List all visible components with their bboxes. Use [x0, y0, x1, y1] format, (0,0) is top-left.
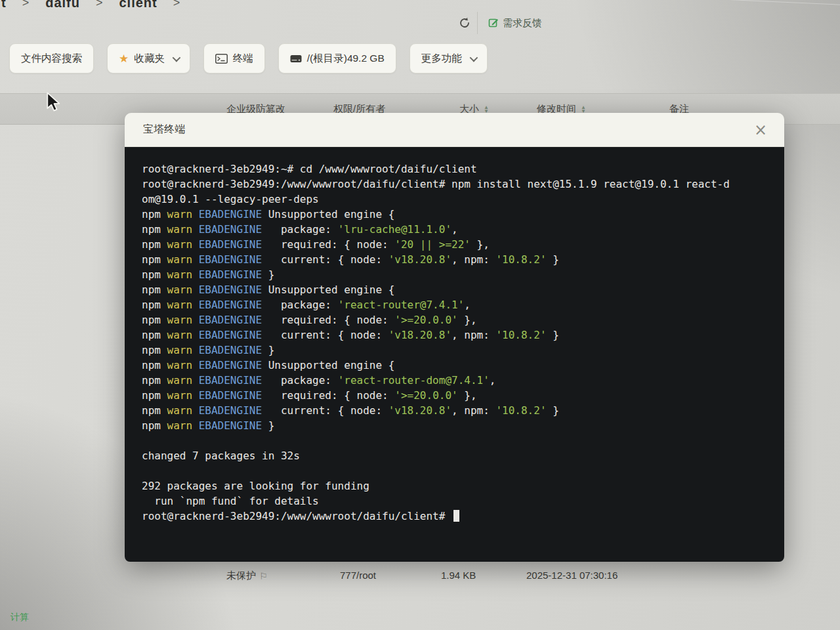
- file-content-search-button[interactable]: 文件内容搜索: [9, 43, 94, 74]
- terminal-line: npm warn EBADENGINE current: { node: 'v1…: [142, 252, 774, 267]
- terminal-line: root@racknerd-3eb2949:/www/wwwroot/daifu…: [142, 509, 774, 524]
- breadcrumb-item-client[interactable]: client: [119, 0, 157, 10]
- terminal-line: npm warn EBADENGINE required: { node: '>…: [142, 312, 774, 327]
- table-row[interactable]: 未保护 ⚐ 777/root 1.94 KB 2025-12-31 07:30:…: [0, 562, 840, 592]
- terminal-line: 292 packages are looking for funding: [142, 478, 774, 494]
- size-cell: 1.94 KB: [441, 570, 476, 581]
- flag-icon: ⚐: [259, 571, 268, 581]
- breadcrumb: t > daifu > client >: [1, 0, 180, 10]
- terminal-modal-title: 宝塔终端: [143, 123, 185, 136]
- terminal-line: npm warn EBADENGINE Unsupported engine {: [142, 282, 774, 297]
- star-icon: ★: [119, 52, 129, 66]
- terminal-modal-header: 宝塔终端 ×: [125, 113, 784, 147]
- refresh-button[interactable]: [452, 12, 478, 34]
- terminal-line: npm warn EBADENGINE package: 'lru-cache@…: [142, 222, 774, 237]
- terminal-line: npm warn EBADENGINE }: [142, 267, 774, 282]
- feedback-icon: [488, 18, 499, 28]
- sort-icon[interactable]: ▲▼: [484, 106, 489, 114]
- breadcrumb-item-root[interactable]: t: [1, 0, 7, 10]
- terminal-line: root@racknerd-3eb2949:/www/wwwroot/daifu…: [142, 177, 774, 192]
- protection-status-cell: 未保护 ⚐: [226, 570, 268, 582]
- terminal-line: npm warn EBADENGINE package: 'react-rout…: [142, 373, 774, 388]
- favorites-label: 收藏夹: [134, 52, 165, 66]
- terminal-icon: [215, 54, 228, 64]
- refresh-icon: [458, 16, 471, 30]
- chevron-down-icon: [172, 53, 180, 62]
- terminal-cursor: [453, 510, 459, 522]
- terminal-line: npm warn EBADENGINE current: { node: 'v1…: [142, 327, 774, 343]
- terminal-line: npm warn EBADENGINE Unsupported engine {: [142, 358, 774, 373]
- terminal-line: npm warn EBADENGINE package: 'react-rout…: [142, 297, 774, 312]
- feedback-label: 需求反馈: [503, 17, 542, 30]
- breadcrumb-item-daifu[interactable]: daifu: [45, 0, 80, 10]
- top-actions: 需求反馈: [452, 12, 542, 34]
- terminal-line: npm warn EBADENGINE required: { node: '>…: [142, 388, 774, 403]
- chevron-right-icon: >: [173, 0, 181, 10]
- terminal-line: changed 7 packages in 32s: [142, 448, 774, 463]
- terminal-line: root@racknerd-3eb2949:~# cd /www/wwwroot…: [142, 161, 774, 177]
- terminal-line: run `npm fund` for details: [142, 494, 774, 509]
- terminal-button[interactable]: 终端: [203, 43, 265, 74]
- terminal-line: [142, 463, 774, 478]
- calculate-link[interactable]: 计算: [10, 612, 29, 623]
- terminal-line: om@19.0.1 --legacy-peer-deps: [142, 192, 774, 207]
- sort-icon[interactable]: ▲▼: [581, 106, 586, 114]
- terminal-modal: 宝塔终端 × root@racknerd-3eb2949:~# cd /www/…: [125, 113, 784, 562]
- terminal-line: [142, 433, 774, 448]
- terminal-line: npm warn EBADENGINE }: [142, 418, 774, 433]
- more-functions-button[interactable]: 更多功能: [410, 43, 488, 74]
- more-functions-label: 更多功能: [421, 52, 462, 66]
- toolbar: 文件内容搜索 ★ 收藏夹 终端 /(根目录)49.2 GB 更多功能: [9, 43, 488, 74]
- terminal-output[interactable]: root@racknerd-3eb2949:~# cd /www/wwwroot…: [125, 147, 784, 562]
- root-directory-button[interactable]: /(根目录)49.2 GB: [278, 43, 396, 74]
- permission-cell: 777/root: [340, 570, 376, 581]
- protection-label: 未保护: [226, 570, 256, 582]
- terminal-line: npm warn EBADENGINE }: [142, 343, 774, 358]
- chevron-right-icon: >: [22, 0, 30, 10]
- terminal-line: npm warn EBADENGINE current: { node: 'v1…: [142, 403, 774, 418]
- modified-time-cell: 2025-12-31 07:30:16: [526, 570, 618, 581]
- chevron-right-icon: >: [96, 0, 104, 10]
- disk-icon: [290, 54, 302, 63]
- favorites-button[interactable]: ★ 收藏夹: [107, 43, 190, 74]
- root-directory-label: /(根目录)49.2 GB: [307, 52, 385, 66]
- file-content-search-label: 文件内容搜索: [21, 52, 82, 66]
- terminal-label: 终端: [233, 52, 253, 66]
- feedback-link[interactable]: 需求反馈: [488, 17, 542, 30]
- terminal-line: npm warn EBADENGINE Unsupported engine {: [142, 207, 774, 222]
- close-icon[interactable]: ×: [754, 122, 767, 138]
- terminal-line: npm warn EBADENGINE required: { node: '2…: [142, 237, 774, 252]
- chevron-down-icon: [469, 53, 478, 62]
